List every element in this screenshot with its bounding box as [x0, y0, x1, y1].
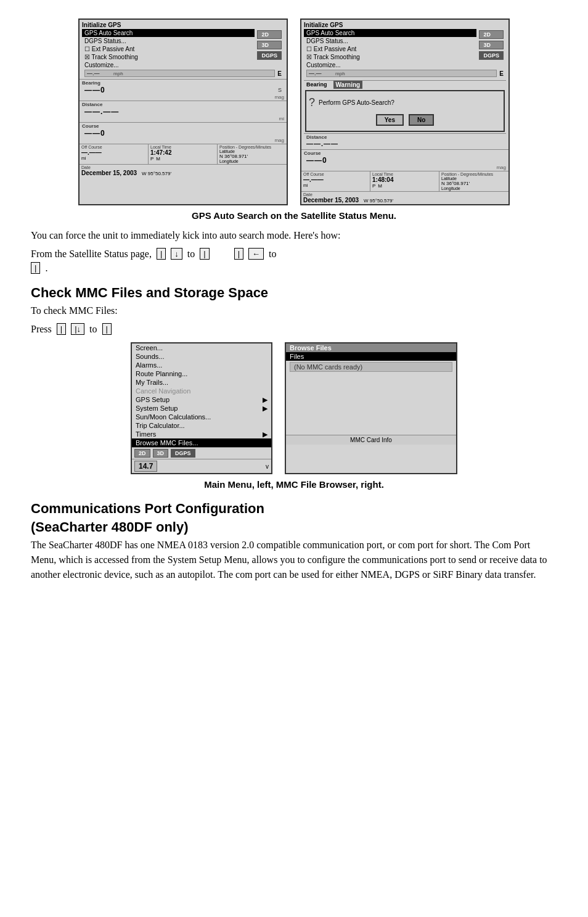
pipe-key-1: |	[157, 248, 166, 260]
gps-right-content: Bearing Warning ? Perform GPS Auto-Searc…	[301, 79, 508, 149]
gps-btn-2d[interactable]: 2D	[257, 30, 282, 39]
to-label-2: to	[269, 249, 276, 260]
gps-right-position: Position - Degrees/Minutes Latitude N 36…	[439, 171, 508, 191]
gps-left-course-section: Course ——0 mag	[80, 122, 287, 144]
gps-left-position: Position - Degrees/Minutes Latitude N 36…	[218, 144, 287, 164]
browse-footer[interactable]: MMC Card Info	[286, 435, 456, 445]
browse-selected-item[interactable]: Files	[286, 352, 456, 361]
gps-right-date-row: Date December 15, 2003 W 95°50.579'	[301, 191, 508, 204]
version-row: 14.7 v	[132, 459, 271, 473]
gps-screenshots-row: Initialize GPS GPS Auto Search DGPS Stat…	[31, 19, 557, 205]
browse-empty-area	[286, 373, 456, 435]
gps-right-menu-item-4[interactable]: Customize...	[304, 61, 476, 69]
menu-item-cancel-nav[interactable]: Cancel Navigation	[132, 387, 271, 395]
to-label-1: to	[187, 249, 195, 260]
press-down-key: |↓	[71, 323, 84, 335]
press-pipe-key-2: |	[102, 323, 112, 335]
gps-right-menu-item-1[interactable]: DGPS Status...	[304, 37, 476, 45]
gps-right-menu-item-3[interactable]: ☒ Track Smoothing	[304, 53, 476, 61]
gps-left-off-course: Off Course —.—— mi	[80, 144, 149, 164]
gps-left-date-row: Date December 15, 2003 W 95°50.579'	[80, 164, 287, 177]
pipe-key-3: |	[234, 248, 243, 260]
menu-item-trip-calc[interactable]: Trip Calculator...	[132, 421, 271, 430]
warning-no-button[interactable]: No	[409, 114, 434, 126]
gps-left-bottom: Off Course —.—— mi Local Time 1:47:42 PM…	[80, 144, 287, 164]
gps-screen-right: Initialize GPS GPS Auto Search DGPS Stat…	[300, 19, 510, 205]
menu-item-gps-setup[interactable]: GPS Setup	[132, 395, 271, 404]
menu-item-route[interactable]: Route Planning...	[132, 369, 271, 378]
gps-left-title: Initialize GPS	[82, 21, 284, 29]
gps-menu-item-0[interactable]: GPS Auto Search	[82, 29, 255, 37]
warning-yes-button[interactable]: Yes	[376, 114, 404, 126]
gps-right-menu-item-0[interactable]: GPS Auto Search	[304, 29, 476, 37]
press-pipe-key: |	[57, 323, 66, 335]
left-arrow-key: ←	[248, 248, 264, 260]
browse-screen: Browse Files Files (No MMC cards ready) …	[285, 342, 457, 474]
down-arrow-key: ↓	[171, 248, 182, 260]
gps-right-btn-dgps[interactable]: DGPS	[479, 51, 504, 60]
menu-item-trails[interactable]: My Trails...	[132, 378, 271, 387]
gps-menu-item-2[interactable]: ☐ Ext Passive Ant	[82, 45, 255, 53]
gps-right-buttons: 2D 3D DGPS	[476, 29, 506, 61]
gps-menu-item-3[interactable]: ☒ Track Smoothing	[82, 53, 255, 61]
main-menu-btn-2d[interactable]: 2D	[134, 449, 150, 458]
menu-item-sounds[interactable]: Sounds...	[132, 352, 271, 361]
menu-screenshots-row: Screen... Sounds... Alarms... Route Plan…	[31, 342, 557, 474]
press-row: Press | |↓ to |	[31, 323, 557, 335]
gps-right-menu-item-2[interactable]: ☐ Ext Passive Ant	[304, 45, 476, 53]
menu-caption: Main Menu, left, MMC File Browser, right…	[31, 479, 557, 490]
main-menu-screen: Screen... Sounds... Alarms... Route Plan…	[131, 342, 272, 474]
main-menu-btn-dgps[interactable]: DGPS	[171, 449, 195, 458]
from-satellite-row: From the Satellite Status page, | ↓ to |…	[31, 248, 557, 260]
menu-item-alarms[interactable]: Alarms...	[132, 361, 271, 369]
menu-item-browse-mmc[interactable]: Browse MMC Files...	[132, 438, 271, 447]
section2-subheading: (SeaCharter 480DF only)	[31, 519, 557, 535]
menu-item-sun-moon[interactable]: Sun/Moon Calculations...	[132, 413, 271, 421]
intro-text: You can force the unit to immediately ki…	[31, 228, 557, 243]
gps-right-btn-3d[interactable]: 3D	[479, 41, 504, 49]
section2-heading: Communications Port Configuration	[31, 501, 557, 517]
gps-right-bottom: Off Course —.—— mi Local Time 1:48:04 PM…	[301, 171, 508, 191]
from-text: From the Satellite Status page,	[31, 249, 152, 260]
gps-right-menu: GPS Auto Search DGPS Status... ☐ Ext Pas…	[304, 29, 476, 69]
gps-left-menu: GPS Auto Search DGPS Status... ☐ Ext Pas…	[82, 29, 255, 69]
gps-left-distance-section: Distance ——.—— mi	[80, 101, 287, 122]
gps-btn-dgps[interactable]: DGPS	[257, 51, 282, 60]
section2-body: The SeaCharter 480DF has one NMEA 0183 v…	[31, 538, 557, 582]
main-menu-btn-3d[interactable]: 3D	[153, 449, 169, 458]
menu-item-screen[interactable]: Screen...	[132, 343, 271, 352]
warning-title-bar: Warning	[333, 81, 363, 89]
gps-left-local-time: Local Time 1:47:42 PM	[149, 144, 218, 164]
warning-dialog: ? Perform GPS Auto-Search? Yes No	[305, 90, 505, 132]
gps-left-e-label: E	[277, 70, 282, 77]
warning-question: Perform GPS Auto-Search?	[319, 99, 394, 106]
press-to-label: to	[89, 324, 97, 335]
pipe-key-2: |	[200, 248, 209, 260]
gps-caption: GPS Auto Search on the Satellite Status …	[31, 210, 557, 221]
v-label: v	[266, 463, 269, 470]
from-satellite-row-2: | .	[31, 262, 557, 274]
gps-right-btn-2d[interactable]: 2D	[479, 30, 504, 39]
gps-right-course-section: Course ——0 mag	[301, 149, 508, 171]
gps-right-e-label: E	[499, 70, 504, 77]
to-check-text: To check MMC Files:	[31, 303, 557, 318]
warning-icon: ?	[309, 96, 315, 109]
version-number: 14.7	[134, 461, 157, 472]
gps-menu-item-1[interactable]: DGPS Status...	[82, 37, 255, 45]
pipe-key-4: |	[31, 262, 40, 274]
gps-menu-item-4[interactable]: Customize...	[82, 61, 255, 69]
browse-title: Browse Files	[286, 343, 456, 352]
gps-btn-3d[interactable]: 3D	[257, 41, 282, 49]
press-label: Press	[31, 324, 52, 335]
main-menu-items: Screen... Sounds... Alarms... Route Plan…	[132, 343, 271, 447]
menu-item-system-setup[interactable]: System Setup	[132, 404, 271, 413]
section1-heading: Check MMC Files and Storage Space	[31, 285, 557, 301]
gps-left-buttons: 2D 3D DGPS	[255, 29, 284, 61]
browse-empty-msg: (No MMC cards ready)	[290, 362, 452, 372]
gps-left-bearing-section: Bearing ——0 S mag	[80, 79, 287, 101]
gps-screen-left: Initialize GPS GPS Auto Search DGPS Stat…	[78, 19, 288, 205]
gps-right-local-time: Local Time 1:48:04 PM	[370, 171, 439, 191]
dot-label: .	[45, 263, 47, 274]
menu-item-timers[interactable]: Timers	[132, 430, 271, 438]
gps-right-off-course: Off Course —.—— mi	[301, 171, 370, 191]
